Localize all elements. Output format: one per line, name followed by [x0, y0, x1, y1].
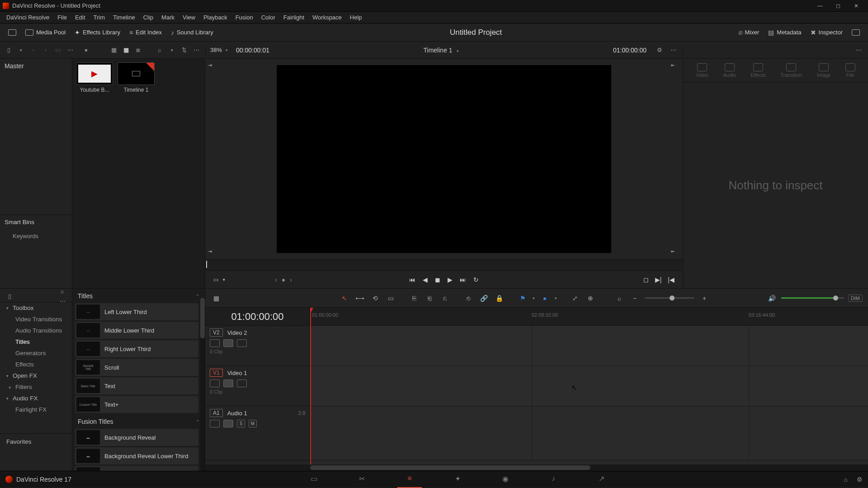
inspector-tab-video[interactable]: Video — [696, 63, 708, 78]
title-middle-lower-third[interactable]: —Middle Lower Third — [75, 322, 198, 339]
marker-icon[interactable]: ● — [539, 294, 550, 303]
rec-dot-icon[interactable]: ● — [82, 45, 90, 55]
sort-icon[interactable]: ⇅ — [180, 45, 189, 55]
zoom-slider[interactable] — [645, 297, 694, 299]
page-color[interactable]: ◉ — [499, 474, 512, 484]
dim-button[interactable]: DIM — [848, 295, 863, 302]
edit-index-toggle[interactable]: ≡Edit Index — [125, 27, 166, 38]
mixer-toggle[interactable]: ⎚Mixer — [734, 27, 764, 38]
page-media[interactable]: ▭ — [307, 474, 321, 484]
menu-timeline[interactable]: Timeline — [109, 13, 139, 22]
lane-v2[interactable] — [310, 326, 868, 366]
timeline-canvas[interactable]: 01:00:00:00 02:08:32:00 03:16:44:00 ↖ — [310, 308, 868, 465]
title-right-lower-third[interactable]: —Right Lower Third — [75, 340, 198, 357]
inspector-more-icon[interactable]: ⋯ — [854, 45, 863, 55]
zoom-full-icon[interactable]: ⤢ — [570, 294, 580, 303]
keywords-bin[interactable]: Keywords — [0, 229, 72, 243]
more-icon[interactable]: ⋯ — [66, 45, 75, 55]
menu-workspace[interactable]: Workspace — [309, 13, 345, 22]
lock-toggle-icon[interactable] — [210, 339, 220, 347]
settings-icon[interactable]: ⚙ — [857, 476, 863, 483]
timeline-name[interactable]: Timeline 1 — [424, 47, 453, 54]
clip-youtube[interactable]: Youtube B... — [76, 62, 113, 285]
lock-toggle-icon[interactable] — [210, 380, 220, 387]
keyframe-dot-icon[interactable]: ● — [282, 276, 285, 283]
title-left-lower-third[interactable]: —Left Lower Third — [75, 303, 198, 320]
insert-mode-icon[interactable]: ▭ — [213, 277, 218, 283]
tree-generators[interactable]: Generators — [0, 347, 72, 359]
page-fairlight[interactable]: ♪ — [547, 474, 560, 484]
go-in-icon[interactable]: ▶| — [655, 276, 662, 283]
selection-tool-icon[interactable]: ↖ — [339, 294, 350, 303]
menu-color[interactable]: Color — [258, 13, 279, 22]
blade-tool-icon[interactable]: ▭ — [385, 294, 396, 303]
inspector-tab-effects[interactable]: Effects — [750, 63, 765, 78]
timeline-view-options-icon[interactable]: ▦ — [211, 294, 222, 303]
volume-icon[interactable]: 🔊 — [767, 294, 778, 303]
dynamic-trim-icon[interactable]: ⟲ — [370, 294, 381, 303]
title-scroll[interactable]: SampleTitleScroll — [75, 359, 198, 376]
source-timecode[interactable]: 00:00:00:01 — [236, 47, 269, 54]
menu-playback[interactable]: Playback — [200, 13, 231, 22]
fx-view-icon[interactable]: ▯ — [5, 291, 14, 301]
nav-fwd-icon[interactable]: › — [41, 45, 50, 55]
search-icon[interactable]: ⌕ — [156, 45, 164, 55]
full-extent-icon[interactable]: ◻ — [643, 276, 649, 283]
tree-audio-transitions[interactable]: Audio Transitions — [0, 325, 72, 336]
home-icon[interactable]: ⌂ — [844, 476, 848, 483]
menu-app[interactable]: DaVinci Resolve — [3, 13, 53, 22]
track-header-v2[interactable]: V2Video 2 0 Clip — [205, 326, 310, 366]
timeline-timecode[interactable]: 01:00:00:00 — [205, 308, 310, 326]
menu-help[interactable]: Help — [346, 13, 366, 22]
tree-filters[interactable]: ▸Filters — [0, 381, 72, 393]
viewer-more-icon[interactable]: ⋯ — [668, 45, 678, 55]
link-icon[interactable]: 🔗 — [478, 294, 489, 303]
scrub-bar[interactable] — [205, 259, 683, 270]
menu-clip[interactable]: Clip — [140, 13, 157, 22]
tree-effects[interactable]: Effects — [0, 359, 72, 370]
tree-titles[interactable]: Titles — [0, 336, 72, 347]
menu-view[interactable]: View — [179, 13, 199, 22]
next-keyframe-icon[interactable]: › — [290, 276, 292, 283]
zoom-detail-icon[interactable]: ⊕ — [585, 294, 596, 303]
tree-fairlight-fx[interactable]: Fairlight FX — [0, 404, 72, 415]
lock-toggle-icon[interactable] — [210, 420, 220, 427]
fx-more-icon[interactable]: ⋯ — [57, 296, 67, 306]
titles-section-header[interactable]: Titles⌃ — [72, 289, 205, 303]
inspector-tab-transition[interactable]: Transition — [780, 63, 802, 78]
replace-clip-icon[interactable]: ⎌ — [439, 294, 450, 303]
volume-slider[interactable] — [781, 297, 844, 299]
clip-timeline1[interactable]: Timeline 1 — [118, 62, 155, 285]
zoom-in-icon[interactable]: + — [699, 294, 710, 303]
insert-clip-icon[interactable]: ⎘ — [409, 294, 420, 303]
first-frame-icon[interactable]: ⏮ — [409, 276, 415, 283]
solo-button[interactable]: S — [237, 420, 245, 427]
next-frame-icon[interactable]: ⏭ — [460, 276, 466, 283]
auto-select-icon[interactable] — [223, 380, 233, 387]
chevron-down-icon[interactable]: ▾ — [17, 45, 25, 55]
stop-icon[interactable]: ◼ — [435, 276, 440, 283]
match-frame-right-icon[interactable]: ⇤ — [671, 62, 680, 70]
close-button[interactable]: ✕ — [847, 3, 865, 9]
title-text[interactable]: Basic TitleText — [75, 377, 198, 394]
fusion-title-call-out[interactable]: Call Out — [75, 466, 198, 471]
tree-audiofx[interactable]: ▾Audio FX — [0, 393, 72, 404]
page-fusion[interactable]: ✦ — [451, 474, 464, 484]
lane-v1[interactable] — [310, 366, 868, 406]
inspector-tab-audio[interactable]: Audio — [723, 63, 736, 78]
gear-icon[interactable]: ⚙ — [655, 45, 665, 55]
tree-favorites[interactable]: Favorites — [0, 433, 72, 447]
inspector-toggle[interactable]: ✖Inspector — [806, 27, 847, 38]
insert-chevron-icon[interactable]: ▾ — [223, 277, 225, 282]
loop-icon[interactable]: ↻ — [473, 276, 479, 283]
minimize-button[interactable]: — — [811, 3, 829, 9]
play-icon[interactable]: ▶ — [448, 276, 453, 283]
inspector-tab-image[interactable]: Image — [817, 63, 831, 78]
playhead[interactable] — [310, 308, 311, 465]
title-text-plus[interactable]: Custom TitleText+ — [75, 396, 198, 413]
menu-file[interactable]: File — [54, 13, 71, 22]
fx-scrollbar[interactable] — [200, 298, 205, 471]
media-more-icon[interactable]: ⋯ — [192, 45, 201, 55]
overwrite-clip-icon[interactable]: ⎗ — [424, 294, 435, 303]
bin-view-icon[interactable]: ▯ — [5, 45, 13, 55]
